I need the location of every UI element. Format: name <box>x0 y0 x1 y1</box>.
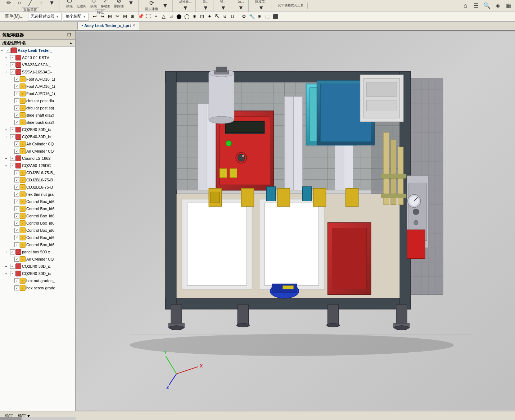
tree-checkbox[interactable]: ✓ <box>14 213 19 218</box>
tree-checkbox[interactable]: ✓ <box>14 285 19 290</box>
tree-item[interactable]: ✓■Control Box_id6 <box>0 205 75 212</box>
row2-right-icon-5[interactable]: ⬛ <box>271 13 279 20</box>
tree-checkbox[interactable]: ✓ <box>10 271 15 276</box>
row2-right-icon-1[interactable]: ⚙ <box>240 13 248 20</box>
tree-item[interactable]: +✓■SS5V1-16S3AD- <box>0 68 75 76</box>
toolbar-icon-btn-3[interactable]: 🔍 <box>482 1 492 10</box>
viewport[interactable]: Y X Z <box>76 31 515 411</box>
tree-item[interactable]: ✓■Foot AJPD16_1( <box>0 83 75 90</box>
tree-item[interactable]: +✓■AC40-04-KSTV- <box>0 54 75 61</box>
tree-item[interactable]: +✓■CQ2B40-30D_ic <box>0 263 75 270</box>
tree-expand-icon[interactable]: + <box>5 250 10 254</box>
dim-format-btn[interactable]: 尺寸快格式化工具 <box>276 3 305 9</box>
tree-expand-icon[interactable]: + <box>5 56 10 60</box>
tree-checkbox[interactable]: ✓ <box>14 257 19 262</box>
tree-checkbox[interactable]: ✓ <box>10 69 15 74</box>
gear-btn[interactable]: 齿... ▼ <box>201 0 211 12</box>
sort-icon[interactable]: ▲ <box>69 41 73 45</box>
tree-item[interactable]: +✓■CQ2B40-30D_ic <box>0 126 75 133</box>
tree-item[interactable]: +✓■VBA22A-03GN_ <box>0 61 75 68</box>
tree-item[interactable]: ✓■Control Box_id6 <box>0 220 75 227</box>
tree-item[interactable]: +✓■CQ2B40-30D_ic <box>0 270 75 277</box>
tree-checkbox[interactable]: ✓ <box>10 249 15 254</box>
fillet-btn[interactable]: ⌒ 过渡间 <box>75 0 88 9</box>
tree-checkbox[interactable]: ✓ <box>14 242 19 247</box>
tree-checkbox[interactable]: ✓ <box>10 62 15 67</box>
tree-item[interactable]: ✓■Air Cylinder CQ <box>0 148 75 155</box>
menu-btn[interactable]: 菜单(M)... <box>1 12 27 21</box>
tree-checkbox[interactable]: ✓ <box>6 48 11 53</box>
row2-icon-12[interactable]: ⬤ <box>175 13 183 20</box>
tree-expand-icon[interactable]: + <box>5 265 10 268</box>
tab-close-btn[interactable]: ✕ <box>132 24 135 27</box>
tree-checkbox[interactable]: ✓ <box>10 156 15 161</box>
row2-icon-17[interactable]: ⛏ <box>214 13 221 20</box>
tree-checkbox[interactable]: ✓ <box>14 120 19 125</box>
tree-expand-icon[interactable]: + <box>5 128 10 132</box>
tree-item[interactable]: ✓■Control Box_id6 <box>0 198 75 205</box>
row2-right-icon-3[interactable]: ⊞ <box>256 13 263 20</box>
dropdown-tool-btn[interactable]: ▼ <box>47 0 57 7</box>
row2-icon-1[interactable]: ↩ <box>91 13 99 20</box>
toolbar-icon-btn-1[interactable]: ⌂ <box>460 1 470 10</box>
tree-item[interactable]: ✓■Control Box_id6 <box>0 241 75 248</box>
draft-btn[interactable]: ◇ 拔模 <box>89 0 99 9</box>
tree-checkbox[interactable]: ✓ <box>14 149 19 154</box>
tree-item[interactable]: +✓■panel box 500 x <box>0 248 75 256</box>
row2-icon-5[interactable]: ⊟ <box>122 13 129 20</box>
tree-item[interactable]: ✓■slide bush dia2! <box>0 119 75 126</box>
line-tool-btn[interactable]: ╱ <box>25 0 35 7</box>
tree-expand-icon[interactable]: − <box>1 49 6 53</box>
tree-checkbox[interactable]: ✓ <box>14 221 19 226</box>
tree-expand-icon[interactable]: + <box>5 272 10 276</box>
tree-checkbox[interactable]: ✓ <box>10 264 15 269</box>
tree-expand-icon[interactable]: + <box>5 157 10 161</box>
tree-checkbox[interactable]: ✓ <box>14 177 19 182</box>
tree-item[interactable]: ✓■Control Box_id6 <box>0 227 75 234</box>
tree-item[interactable]: ✓■CDJ2B16-75-B_ <box>0 176 75 184</box>
left-panel-scrollbar[interactable] <box>0 417 76 420</box>
row2-icon-14[interactable]: ⊞ <box>191 13 198 20</box>
circle-tool-btn[interactable]: ○ <box>14 0 24 7</box>
tree-checkbox[interactable]: ✓ <box>14 91 19 96</box>
sketch-tool-btn[interactable]: ✏ <box>4 0 14 7</box>
row2-icon-18[interactable]: ⊎ <box>221 13 229 20</box>
tree-expand-icon[interactable]: + <box>5 135 10 139</box>
tree-item[interactable]: ✓■Control Box_id6 <box>0 234 75 241</box>
tree-item[interactable]: +✓■Cosmo LS-1862 <box>0 155 75 162</box>
tree-item[interactable]: +✓■CQ2B40-30D_ic <box>0 133 75 140</box>
row2-icon-15[interactable]: ⊡ <box>199 13 206 20</box>
build-tools-btn[interactable]: 建模工... ▼ <box>254 0 269 12</box>
toolbar-icon-btn-4[interactable]: ◈ <box>493 1 503 10</box>
toolbar-icon-btn-2[interactable]: ☰ <box>471 1 481 10</box>
tree-item[interactable]: ✓■hex thin nut gra <box>0 191 75 198</box>
row2-icon-16[interactable]: ✦ <box>206 13 213 20</box>
plus-tool-btn[interactable]: ＋ <box>36 0 46 7</box>
tree-item[interactable]: ✓■hex screw grade <box>0 284 75 292</box>
tree-item[interactable]: ✓■circular post sp( <box>0 104 75 112</box>
row2-icon-10[interactable]: △ <box>160 13 167 20</box>
tree-item[interactable]: ✓■Foot AJPD16_1( <box>0 76 75 83</box>
row2-icon-9[interactable]: ⌖ <box>153 13 160 20</box>
tree-checkbox[interactable]: ✓ <box>10 55 15 60</box>
row2-icon-2[interactable]: ↪ <box>99 13 106 20</box>
row2-icon-11[interactable]: ⊿ <box>168 13 175 20</box>
tree-checkbox[interactable]: ✓ <box>10 163 15 168</box>
row2-icon-4[interactable]: ✂ <box>114 13 121 20</box>
row2-icon-13[interactable]: ◯ <box>183 13 191 20</box>
sync-modeling-btn[interactable]: ⟳ 同步建模 <box>144 0 159 12</box>
tree-item[interactable]: ✓■slide shaft dia2! <box>0 112 75 119</box>
standardize-btn[interactable]: 标准化... ▼ <box>178 0 193 12</box>
tree-checkbox[interactable]: ✓ <box>14 98 19 103</box>
row2-right-icon-4[interactable]: ⬚ <box>264 13 271 20</box>
nav-restore-btn[interactable]: ❐ <box>66 32 73 38</box>
tree-item[interactable]: ✓■Air Cylinder CQ <box>0 140 75 148</box>
shell-btn[interactable]: ⬡ 抽壳 <box>64 0 74 9</box>
tree-item[interactable]: ✓■CDJ2B16-75-B_ <box>0 169 75 176</box>
tree-checkbox[interactable]: ✓ <box>14 278 19 283</box>
main-tab[interactable]: ▪ Assy Leak Tester_x_t.prt ✕ <box>77 22 139 30</box>
tree-expand-icon[interactable]: + <box>5 63 10 67</box>
move-face-btn[interactable]: ⤢ 移动面 <box>99 0 112 9</box>
tree-area[interactable]: −✓■Assy Leak Tester_+✓■AC40-04-KSTV-+✓■V… <box>0 47 75 411</box>
tree-checkbox[interactable]: ✓ <box>14 113 19 118</box>
